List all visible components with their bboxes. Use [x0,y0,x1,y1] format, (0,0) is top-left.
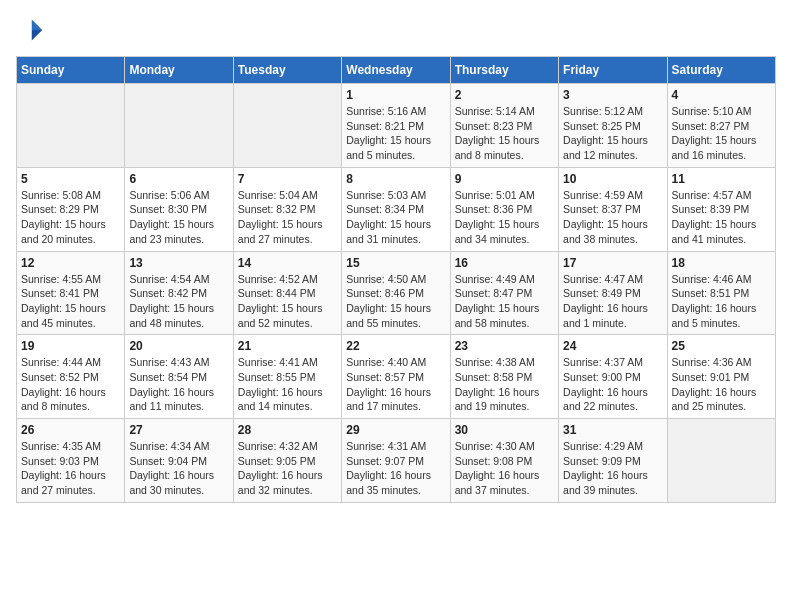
day-detail: Sunrise: 5:12 AM Sunset: 8:25 PM Dayligh… [563,104,662,163]
day-detail: Sunrise: 4:47 AM Sunset: 8:49 PM Dayligh… [563,272,662,331]
day-number: 1 [346,88,445,102]
calendar-table: SundayMondayTuesdayWednesdayThursdayFrid… [16,56,776,503]
day-number: 2 [455,88,554,102]
day-detail: Sunrise: 4:46 AM Sunset: 8:51 PM Dayligh… [672,272,771,331]
calendar-cell: 31Sunrise: 4:29 AM Sunset: 9:09 PM Dayli… [559,419,667,503]
day-number: 7 [238,172,337,186]
calendar-cell: 10Sunrise: 4:59 AM Sunset: 8:37 PM Dayli… [559,167,667,251]
calendar-cell: 2Sunrise: 5:14 AM Sunset: 8:23 PM Daylig… [450,84,558,168]
day-number: 18 [672,256,771,270]
calendar-week-1: 1Sunrise: 5:16 AM Sunset: 8:21 PM Daylig… [17,84,776,168]
day-detail: Sunrise: 4:52 AM Sunset: 8:44 PM Dayligh… [238,272,337,331]
day-header-monday: Monday [125,57,233,84]
calendar-cell: 19Sunrise: 4:44 AM Sunset: 8:52 PM Dayli… [17,335,125,419]
day-detail: Sunrise: 4:57 AM Sunset: 8:39 PM Dayligh… [672,188,771,247]
calendar-cell: 30Sunrise: 4:30 AM Sunset: 9:08 PM Dayli… [450,419,558,503]
logo [16,16,48,44]
day-header-friday: Friday [559,57,667,84]
day-number: 15 [346,256,445,270]
day-number: 30 [455,423,554,437]
day-detail: Sunrise: 4:40 AM Sunset: 8:57 PM Dayligh… [346,355,445,414]
calendar-cell: 7Sunrise: 5:04 AM Sunset: 8:32 PM Daylig… [233,167,341,251]
calendar-week-4: 19Sunrise: 4:44 AM Sunset: 8:52 PM Dayli… [17,335,776,419]
logo-icon [16,16,44,44]
calendar-cell [17,84,125,168]
day-detail: Sunrise: 4:54 AM Sunset: 8:42 PM Dayligh… [129,272,228,331]
day-number: 5 [21,172,120,186]
calendar-cell: 3Sunrise: 5:12 AM Sunset: 8:25 PM Daylig… [559,84,667,168]
calendar-cell: 12Sunrise: 4:55 AM Sunset: 8:41 PM Dayli… [17,251,125,335]
day-detail: Sunrise: 5:10 AM Sunset: 8:27 PM Dayligh… [672,104,771,163]
day-detail: Sunrise: 5:04 AM Sunset: 8:32 PM Dayligh… [238,188,337,247]
day-number: 25 [672,339,771,353]
day-header-wednesday: Wednesday [342,57,450,84]
day-number: 22 [346,339,445,353]
day-header-saturday: Saturday [667,57,775,84]
calendar-cell: 22Sunrise: 4:40 AM Sunset: 8:57 PM Dayli… [342,335,450,419]
day-number: 4 [672,88,771,102]
calendar-cell: 13Sunrise: 4:54 AM Sunset: 8:42 PM Dayli… [125,251,233,335]
calendar-cell: 5Sunrise: 5:08 AM Sunset: 8:29 PM Daylig… [17,167,125,251]
calendar-cell: 21Sunrise: 4:41 AM Sunset: 8:55 PM Dayli… [233,335,341,419]
day-detail: Sunrise: 4:36 AM Sunset: 9:01 PM Dayligh… [672,355,771,414]
calendar-cell [233,84,341,168]
day-number: 16 [455,256,554,270]
day-number: 8 [346,172,445,186]
day-detail: Sunrise: 5:14 AM Sunset: 8:23 PM Dayligh… [455,104,554,163]
calendar-cell: 23Sunrise: 4:38 AM Sunset: 8:58 PM Dayli… [450,335,558,419]
day-detail: Sunrise: 4:49 AM Sunset: 8:47 PM Dayligh… [455,272,554,331]
day-number: 31 [563,423,662,437]
day-number: 11 [672,172,771,186]
day-detail: Sunrise: 4:43 AM Sunset: 8:54 PM Dayligh… [129,355,228,414]
calendar-week-2: 5Sunrise: 5:08 AM Sunset: 8:29 PM Daylig… [17,167,776,251]
day-number: 13 [129,256,228,270]
day-number: 19 [21,339,120,353]
day-number: 26 [21,423,120,437]
day-detail: Sunrise: 4:30 AM Sunset: 9:08 PM Dayligh… [455,439,554,498]
day-detail: Sunrise: 4:59 AM Sunset: 8:37 PM Dayligh… [563,188,662,247]
page-header [16,16,776,44]
day-detail: Sunrise: 4:41 AM Sunset: 8:55 PM Dayligh… [238,355,337,414]
day-header-row: SundayMondayTuesdayWednesdayThursdayFrid… [17,57,776,84]
day-header-sunday: Sunday [17,57,125,84]
calendar-cell: 27Sunrise: 4:34 AM Sunset: 9:04 PM Dayli… [125,419,233,503]
day-number: 6 [129,172,228,186]
calendar-cell: 8Sunrise: 5:03 AM Sunset: 8:34 PM Daylig… [342,167,450,251]
calendar-cell: 11Sunrise: 4:57 AM Sunset: 8:39 PM Dayli… [667,167,775,251]
day-number: 24 [563,339,662,353]
day-number: 14 [238,256,337,270]
calendar-cell: 24Sunrise: 4:37 AM Sunset: 9:00 PM Dayli… [559,335,667,419]
day-detail: Sunrise: 5:01 AM Sunset: 8:36 PM Dayligh… [455,188,554,247]
day-number: 17 [563,256,662,270]
calendar-cell: 1Sunrise: 5:16 AM Sunset: 8:21 PM Daylig… [342,84,450,168]
day-number: 10 [563,172,662,186]
calendar-cell [125,84,233,168]
calendar-cell: 28Sunrise: 4:32 AM Sunset: 9:05 PM Dayli… [233,419,341,503]
day-detail: Sunrise: 4:34 AM Sunset: 9:04 PM Dayligh… [129,439,228,498]
calendar-cell: 15Sunrise: 4:50 AM Sunset: 8:46 PM Dayli… [342,251,450,335]
calendar-cell [667,419,775,503]
calendar-cell: 29Sunrise: 4:31 AM Sunset: 9:07 PM Dayli… [342,419,450,503]
svg-marker-0 [32,20,43,31]
calendar-cell: 6Sunrise: 5:06 AM Sunset: 8:30 PM Daylig… [125,167,233,251]
day-detail: Sunrise: 4:32 AM Sunset: 9:05 PM Dayligh… [238,439,337,498]
day-number: 21 [238,339,337,353]
calendar-cell: 17Sunrise: 4:47 AM Sunset: 8:49 PM Dayli… [559,251,667,335]
calendar-cell: 9Sunrise: 5:01 AM Sunset: 8:36 PM Daylig… [450,167,558,251]
day-header-thursday: Thursday [450,57,558,84]
day-detail: Sunrise: 5:08 AM Sunset: 8:29 PM Dayligh… [21,188,120,247]
day-detail: Sunrise: 4:38 AM Sunset: 8:58 PM Dayligh… [455,355,554,414]
calendar-cell: 25Sunrise: 4:36 AM Sunset: 9:01 PM Dayli… [667,335,775,419]
day-detail: Sunrise: 4:29 AM Sunset: 9:09 PM Dayligh… [563,439,662,498]
calendar-cell: 4Sunrise: 5:10 AM Sunset: 8:27 PM Daylig… [667,84,775,168]
calendar-cell: 14Sunrise: 4:52 AM Sunset: 8:44 PM Dayli… [233,251,341,335]
day-detail: Sunrise: 4:37 AM Sunset: 9:00 PM Dayligh… [563,355,662,414]
day-detail: Sunrise: 5:03 AM Sunset: 8:34 PM Dayligh… [346,188,445,247]
calendar-week-3: 12Sunrise: 4:55 AM Sunset: 8:41 PM Dayli… [17,251,776,335]
day-detail: Sunrise: 5:16 AM Sunset: 8:21 PM Dayligh… [346,104,445,163]
day-detail: Sunrise: 4:50 AM Sunset: 8:46 PM Dayligh… [346,272,445,331]
day-number: 29 [346,423,445,437]
day-number: 12 [21,256,120,270]
calendar-week-5: 26Sunrise: 4:35 AM Sunset: 9:03 PM Dayli… [17,419,776,503]
day-detail: Sunrise: 4:44 AM Sunset: 8:52 PM Dayligh… [21,355,120,414]
